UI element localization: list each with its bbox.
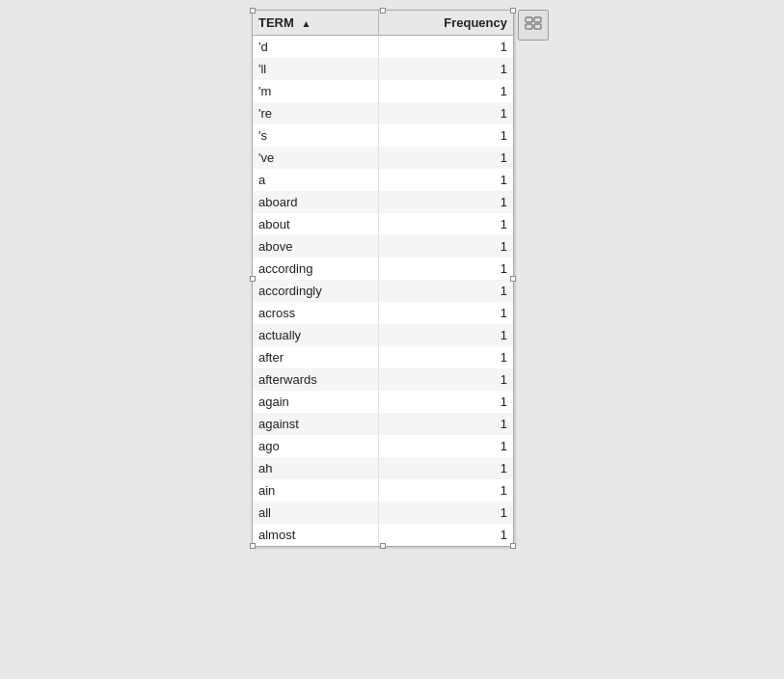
data-table: TERM ▲ Frequency 'd1'll1'm1're1's1've1a1… <box>253 11 513 546</box>
table-row[interactable]: above1 <box>253 235 513 258</box>
svg-rect-1 <box>534 17 541 22</box>
frequency-cell: 1 <box>378 191 513 213</box>
term-cell: 'll <box>253 58 378 80</box>
term-cell: again <box>253 391 378 413</box>
column-header-frequency[interactable]: Frequency <box>378 11 513 36</box>
table-row[interactable]: 're1 <box>253 102 513 124</box>
frequency-cell: 1 <box>378 391 513 413</box>
workspace: TERM ▲ Frequency 'd1'll1'm1're1's1've1a1… <box>0 0 784 679</box>
resize-handle-top-center[interactable] <box>380 8 386 14</box>
table-row[interactable]: 've1 <box>253 147 513 169</box>
term-cell: after <box>253 346 378 368</box>
frequency-cell: 1 <box>378 479 513 502</box>
frequency-cell: 1 <box>378 368 513 391</box>
frequency-cell: 1 <box>378 324 513 346</box>
resize-handle-bottom-center[interactable] <box>380 543 386 549</box>
term-cell: above <box>253 235 378 258</box>
frequency-cell: 1 <box>378 346 513 368</box>
frequency-cell: 1 <box>378 235 513 258</box>
table-row[interactable]: against1 <box>253 413 513 435</box>
toolbar-button[interactable] <box>518 10 549 41</box>
term-cell: aboard <box>253 191 378 213</box>
column-header-term[interactable]: TERM ▲ <box>253 11 378 36</box>
table-row[interactable]: 'm1 <box>253 80 513 102</box>
table-row[interactable]: according1 <box>253 258 513 280</box>
resize-handle-bottom-right[interactable] <box>510 543 516 549</box>
table-row[interactable]: 's1 <box>253 124 513 147</box>
table-row[interactable]: a1 <box>253 169 513 191</box>
term-cell: ain <box>253 479 378 502</box>
term-cell: a <box>253 169 378 191</box>
resize-handle-middle-right[interactable] <box>510 276 516 282</box>
term-cell: against <box>253 413 378 435</box>
svg-rect-3 <box>534 24 541 29</box>
table-row[interactable]: all1 <box>253 502 513 524</box>
term-cell: about <box>253 213 378 235</box>
table-row[interactable]: about1 <box>253 213 513 235</box>
svg-rect-2 <box>526 24 532 29</box>
frequency-cell: 1 <box>378 413 513 435</box>
table-wrapper: TERM ▲ Frequency 'd1'll1'm1're1's1've1a1… <box>253 11 513 546</box>
table-row[interactable]: accordingly1 <box>253 280 513 302</box>
resize-handle-top-right[interactable] <box>510 8 516 14</box>
term-cell: 're <box>253 102 378 124</box>
term-cell: 's <box>253 124 378 147</box>
term-cell: ah <box>253 457 378 479</box>
table-row[interactable]: ain1 <box>253 479 513 502</box>
grid-icon <box>525 16 542 34</box>
resize-handle-bottom-left[interactable] <box>250 543 256 549</box>
frequency-cell: 1 <box>378 124 513 147</box>
table-row[interactable]: aboard1 <box>253 191 513 213</box>
sort-arrow-icon: ▲ <box>301 18 311 29</box>
frequency-cell: 1 <box>378 502 513 524</box>
frequency-cell: 1 <box>378 80 513 102</box>
term-cell: according <box>253 258 378 280</box>
frequency-cell: 1 <box>378 169 513 191</box>
term-cell: 'd <box>253 36 378 59</box>
table-row[interactable]: 'd1 <box>253 36 513 59</box>
frequency-cell: 1 <box>378 102 513 124</box>
term-cell: accordingly <box>253 280 378 302</box>
frequency-cell: 1 <box>378 302 513 324</box>
frequency-cell: 1 <box>378 147 513 169</box>
term-cell: ago <box>253 435 378 457</box>
frequency-cell: 1 <box>378 258 513 280</box>
table-row[interactable]: ago1 <box>253 435 513 457</box>
term-cell: across <box>253 302 378 324</box>
frequency-cell: 1 <box>378 457 513 479</box>
frequency-cell: 1 <box>378 435 513 457</box>
frequency-cell: 1 <box>378 36 513 59</box>
term-cell: afterwards <box>253 368 378 391</box>
table-row[interactable]: 'll1 <box>253 58 513 80</box>
term-cell: almost <box>253 524 378 546</box>
frequency-cell: 1 <box>378 524 513 546</box>
table-row[interactable]: actually1 <box>253 324 513 346</box>
table-row[interactable]: afterwards1 <box>253 368 513 391</box>
table-row[interactable]: across1 <box>253 302 513 324</box>
table-row[interactable]: ah1 <box>253 457 513 479</box>
frequency-cell: 1 <box>378 213 513 235</box>
term-frequency-table-panel: TERM ▲ Frequency 'd1'll1'm1're1's1've1a1… <box>252 10 514 547</box>
table-body: 'd1'll1'm1're1's1've1a1aboard1about1abov… <box>253 36 513 547</box>
resize-handle-top-left[interactable] <box>250 8 256 14</box>
svg-rect-0 <box>526 17 532 22</box>
table-row[interactable]: after1 <box>253 346 513 368</box>
term-cell: actually <box>253 324 378 346</box>
table-header-row: TERM ▲ Frequency <box>253 11 513 36</box>
term-cell: 've <box>253 147 378 169</box>
frequency-cell: 1 <box>378 58 513 80</box>
table-row[interactable]: again1 <box>253 391 513 413</box>
resize-handle-middle-left[interactable] <box>250 276 256 282</box>
term-cell: all <box>253 502 378 524</box>
frequency-cell: 1 <box>378 280 513 302</box>
term-cell: 'm <box>253 80 378 102</box>
